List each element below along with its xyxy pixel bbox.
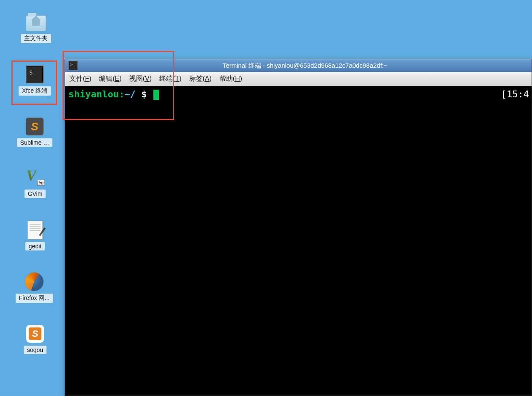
icon-label: GVim	[25, 190, 46, 198]
window-title: Terminal 终端 - shiyanlou@653d2d968a12c7a0…	[82, 62, 528, 70]
firefox-icon	[24, 272, 44, 292]
terminal-window: >_ Terminal 终端 - shiyanlou@653d2d968a12c…	[65, 59, 532, 396]
menubar: 文件(F) 编辑(E) 视图(V) 终端(T) 标签(A) 帮助(H)	[65, 72, 532, 86]
desktop-icon-gedit[interactable]: gedit	[12, 220, 58, 250]
sogou-icon: S	[25, 324, 45, 344]
desktop-icon-firefox[interactable]: Firefox 网...	[11, 272, 57, 303]
folder-icon	[26, 12, 46, 32]
icon-label: 主文件夹	[21, 34, 51, 43]
prompt-user: shiyanlou:	[68, 89, 124, 99]
menu-file[interactable]: 文件(F)	[69, 74, 91, 83]
cursor	[153, 90, 159, 100]
menu-help[interactable]: 帮助(H)	[219, 74, 242, 83]
icon-label: gedit	[25, 242, 45, 250]
icon-label: sogou	[24, 346, 46, 354]
gedit-icon	[25, 220, 45, 240]
titlebar[interactable]: >_ Terminal 终端 - shiyanlou@653d2d968a12c…	[65, 59, 532, 72]
menu-edit[interactable]: 编辑(E)	[99, 74, 121, 83]
desktop-icon-gvim[interactable]: Vim GVim	[12, 168, 58, 198]
gvim-icon: Vim	[25, 168, 45, 188]
menu-tabs[interactable]: 标签(A)	[189, 74, 212, 83]
prompt-dollar: $	[136, 89, 153, 99]
window-terminal-icon: >_	[68, 61, 78, 70]
prompt-path: ~/	[124, 89, 136, 99]
terminal-icon: $_	[25, 64, 45, 85]
desktop-icon-xfce-terminal[interactable]: $_ Xfce 终端	[11, 64, 58, 96]
clock-text: [15:4	[501, 89, 529, 99]
terminal-body[interactable]: shiyanlou:~/ $ [15:4	[65, 86, 532, 396]
desktop-icon-sogou[interactable]: S sogou	[12, 324, 58, 354]
icon-label: Xfce 终端	[19, 86, 51, 96]
icon-label: Sublime …	[17, 138, 52, 147]
icon-label: Firefox 网...	[16, 294, 53, 303]
sublime-icon: S	[25, 116, 45, 137]
desktop-icon-home-folder[interactable]: 主文件夹	[13, 12, 59, 43]
menu-view[interactable]: 视图(V)	[129, 74, 152, 83]
desktop-icon-sublime[interactable]: S Sublime …	[11, 116, 58, 147]
menu-terminal[interactable]: 终端(T)	[159, 74, 181, 83]
